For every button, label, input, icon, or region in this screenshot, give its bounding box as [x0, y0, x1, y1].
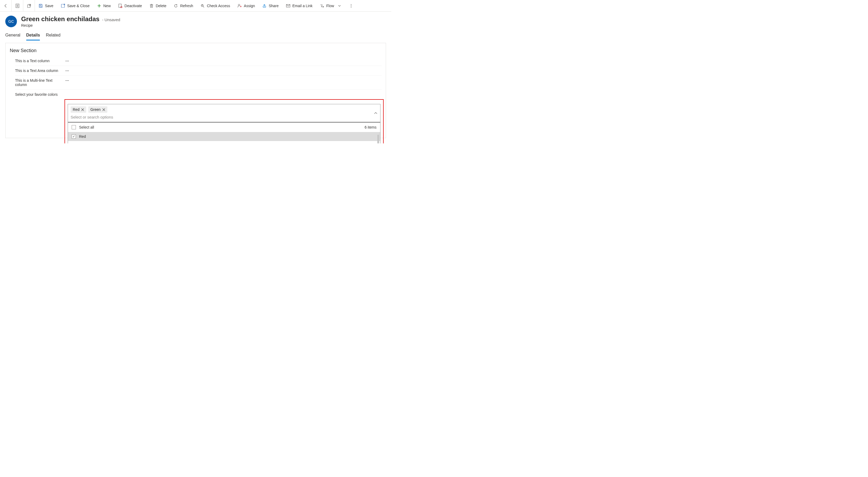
chip-green-remove[interactable] — [102, 108, 105, 111]
field-multiline[interactable]: This is a Multi-line Text column --- — [15, 76, 381, 90]
avatar: GC — [5, 16, 17, 27]
svg-line-18 — [203, 6, 204, 7]
tab-related-label: Related — [46, 33, 60, 37]
dropdown-item-count: 6 items — [365, 125, 376, 129]
new-button[interactable]: New — [93, 0, 115, 12]
new-label: New — [103, 4, 111, 8]
share-label: Share — [269, 4, 278, 8]
select-all-checkbox[interactable] — [72, 125, 76, 129]
save-label: Save — [45, 4, 53, 8]
option-red-checkbox[interactable] — [72, 135, 76, 139]
svg-point-20 — [238, 4, 240, 6]
select-all-label[interactable]: Select all — [79, 125, 94, 129]
delete-button[interactable]: Delete — [146, 0, 170, 12]
multiselect-highlight-box: Red Green — [64, 99, 384, 143]
assign-icon — [238, 4, 242, 8]
svg-rect-6 — [40, 4, 41, 5]
field-text-label: This is a Text column — [15, 59, 65, 63]
nav-group — [0, 0, 35, 11]
section-title: New Section — [5, 46, 386, 56]
deactivate-label: Deactivate — [125, 4, 142, 8]
email-link-button[interactable]: Email a Link — [282, 0, 316, 12]
chip-red-label: Red — [73, 108, 80, 112]
field-colors-label: Select your favorite colors — [15, 92, 65, 96]
assign-button[interactable]: Assign — [234, 0, 258, 12]
svg-point-23 — [350, 4, 351, 5]
arrow-left-icon — [4, 4, 8, 8]
option-red-label: Red — [79, 135, 86, 139]
field-multiline-label: This is a Multi-line Text column — [15, 78, 65, 87]
field-text-value: --- — [65, 59, 381, 63]
option-blue[interactable]: Blue — [68, 141, 380, 143]
email-icon — [286, 4, 290, 8]
chevron-down-icon — [337, 4, 342, 8]
save-button[interactable]: Save — [35, 0, 57, 12]
save-icon — [39, 4, 43, 8]
back-button[interactable] — [0, 0, 12, 12]
record-header: GC Green chicken enchiladas - Unsaved Re… — [0, 12, 391, 29]
more-vertical-icon — [349, 4, 353, 8]
flow-label: Flow — [326, 4, 334, 8]
field-text-area[interactable]: This is a Text Area column --- — [15, 66, 381, 76]
popout-icon — [27, 4, 31, 8]
deactivate-button[interactable]: Deactivate — [115, 0, 146, 12]
save-close-button[interactable]: Save & Close — [57, 0, 93, 12]
flow-icon — [320, 4, 324, 8]
title-block: Green chicken enchiladas - Unsaved Recip… — [21, 16, 120, 28]
delete-icon — [149, 4, 154, 8]
tab-related[interactable]: Related — [46, 31, 60, 40]
check-access-button[interactable]: Check Access — [197, 0, 234, 12]
refresh-label: Refresh — [180, 4, 193, 8]
popout-button[interactable] — [23, 0, 35, 12]
tab-general-label: General — [5, 33, 20, 37]
avatar-initials: GC — [8, 19, 14, 24]
assign-label: Assign — [244, 4, 255, 8]
dropdown-scrollbar-thumb[interactable] — [377, 135, 379, 143]
x-icon — [102, 108, 105, 111]
combobox-search-input[interactable] — [71, 114, 377, 120]
field-text-area-value: --- — [65, 68, 381, 73]
svg-point-19 — [202, 5, 203, 5]
refresh-button[interactable]: Refresh — [170, 0, 197, 12]
record-entity: Recipe — [21, 23, 120, 28]
multiselect-dropdown: Select all 6 items Red Blue Green — [68, 122, 380, 143]
field-text[interactable]: This is a Text column --- — [15, 56, 381, 66]
svg-rect-5 — [40, 6, 41, 7]
tab-details-label: Details — [26, 33, 40, 37]
chip-red-remove[interactable] — [81, 108, 84, 111]
option-red[interactable]: Red — [68, 132, 380, 141]
record-status-suffix: - Unsaved — [102, 18, 120, 22]
svg-point-24 — [350, 5, 351, 6]
save-close-label: Save & Close — [67, 4, 90, 8]
overflow-button[interactable] — [345, 4, 357, 8]
combobox-caret[interactable] — [374, 111, 377, 115]
record-title: Green chicken enchiladas — [21, 16, 99, 23]
selected-chips: Red Green — [71, 106, 377, 113]
email-link-label: Email a Link — [292, 4, 312, 8]
field-text-area-label: This is a Text Area column — [15, 68, 65, 73]
dropdown-header: Select all 6 items — [68, 122, 380, 132]
check-access-label: Check Access — [207, 4, 230, 8]
svg-rect-12 — [150, 5, 153, 7]
share-icon — [262, 4, 267, 8]
form-selector-button[interactable] — [12, 0, 23, 12]
field-multiline-value: --- — [65, 78, 381, 83]
chip-green: Green — [88, 106, 107, 113]
svg-rect-9 — [119, 4, 121, 7]
tab-details[interactable]: Details — [26, 31, 40, 40]
chevron-up-icon — [374, 111, 377, 115]
flow-button[interactable]: Flow — [316, 0, 345, 12]
combobox-input-area[interactable]: Red Green — [68, 104, 380, 122]
form-icon — [16, 4, 20, 8]
refresh-icon — [174, 4, 178, 8]
chip-green-label: Green — [90, 108, 101, 112]
save-close-icon — [61, 4, 65, 8]
form-section-panel: New Section This is a Text column --- Th… — [5, 43, 386, 138]
share-button[interactable]: Share — [258, 0, 282, 12]
delete-label: Delete — [156, 4, 166, 8]
svg-point-25 — [350, 7, 351, 7]
check-access-icon — [200, 4, 205, 8]
plus-icon — [97, 4, 101, 8]
tab-general[interactable]: General — [5, 31, 20, 40]
multiselect-combobox[interactable]: Red Green — [68, 104, 380, 143]
